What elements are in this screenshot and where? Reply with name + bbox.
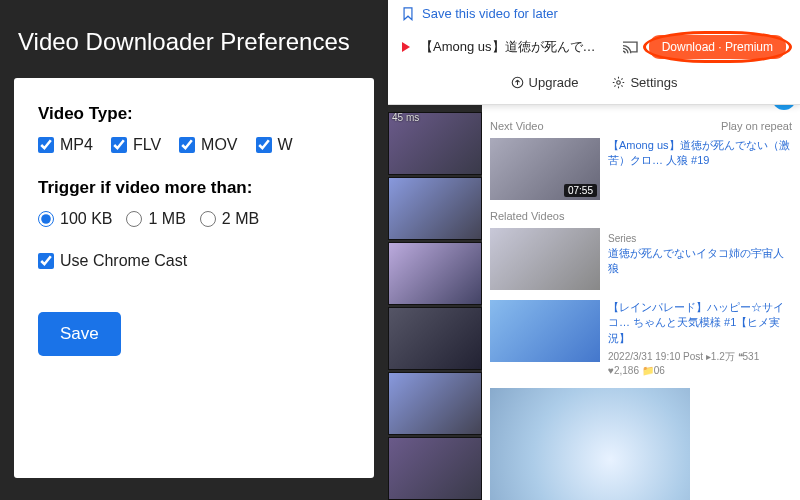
size-1mb-radio[interactable]	[126, 211, 142, 227]
type-mov[interactable]: MOV	[179, 136, 237, 154]
video-thumbnail	[490, 228, 600, 290]
save-later-label: Save this video for later	[422, 6, 558, 21]
chromecast-checkbox[interactable]	[38, 253, 54, 269]
size-100kb-radio[interactable]	[38, 211, 54, 227]
preferences-card: Video Type: MP4 FLV MOV W Trigger if vid…	[14, 78, 374, 478]
play-on-repeat[interactable]: Play on repeat	[721, 120, 792, 132]
size-2mb-radio[interactable]	[200, 211, 216, 227]
video-title: 【レインパレード】ハッピー☆サイコ… ちゃんと天気模様 #1【ヒメ実況】	[608, 300, 792, 346]
video-type-label: Video Type:	[38, 104, 350, 124]
video-osd: 45 ms	[392, 112, 419, 123]
type-mp4[interactable]: MP4	[38, 136, 93, 154]
type-mov-checkbox[interactable]	[179, 137, 195, 153]
bookmark-icon	[402, 7, 414, 21]
upgrade-icon	[511, 76, 524, 89]
video-item[interactable]: 07:55 【Among us】道徳が死んでない（激苦）クロ… 人狼 #19	[490, 138, 792, 200]
next-video-label: Next Video	[490, 120, 544, 132]
video-thumbnail	[490, 300, 600, 362]
large-video-thumbnail[interactable]	[490, 388, 690, 500]
save-button[interactable]: Save	[38, 312, 121, 356]
player-tile[interactable]	[388, 242, 482, 305]
preferences-panel: Video Downloader Preferences Video Type:…	[0, 0, 388, 500]
popup-video-title: 【Among us】道徳が死んで…	[420, 38, 611, 56]
svg-point-1	[617, 81, 621, 85]
preferences-title: Video Downloader Preferences	[0, 0, 388, 78]
save-later-row[interactable]: Save this video for later	[388, 0, 800, 27]
trigger-row: 100 KB 1 MB 2 MB	[38, 210, 350, 228]
cast-icon[interactable]	[621, 40, 639, 54]
chromecast-row: Use Chrome Cast	[38, 252, 350, 270]
gear-icon	[612, 76, 625, 89]
download-premium-button[interactable]: Download · Premium	[649, 35, 786, 59]
size-1mb[interactable]: 1 MB	[126, 210, 185, 228]
video-series-label: Series	[608, 232, 792, 246]
player-tile[interactable]	[388, 372, 482, 435]
trigger-label: Trigger if video more than:	[38, 178, 350, 198]
video-title: 道徳が死んでないイタコ姉の宇宙人狼	[608, 246, 792, 277]
browser-preview: 45 ms Next Video Play on repeat 07:55 【A…	[388, 0, 800, 500]
type-w-checkbox[interactable]	[256, 137, 272, 153]
video-type-row: MP4 FLV MOV W	[38, 136, 350, 154]
popup-actions: Upgrade Settings	[388, 67, 800, 94]
type-flv-checkbox[interactable]	[111, 137, 127, 153]
player-tile[interactable]	[388, 437, 482, 500]
player-tile[interactable]	[388, 177, 482, 240]
video-item[interactable]: Series 道徳が死んでないイタコ姉の宇宙人狼	[490, 228, 792, 290]
type-flv[interactable]: FLV	[111, 136, 161, 154]
downloader-popup: Save this video for later 【Among us】道徳が死…	[388, 0, 800, 105]
type-mp4-checkbox[interactable]	[38, 137, 54, 153]
video-meta: 2022/3/31 19:10 Post ▸1.2万 ❝531 ♥2,186 📁…	[608, 350, 792, 378]
related-videos-label: Related Videos	[490, 210, 792, 222]
size-2mb[interactable]: 2 MB	[200, 210, 259, 228]
upgrade-link[interactable]: Upgrade	[511, 75, 579, 90]
video-thumbnail: 07:55	[490, 138, 600, 200]
video-row: 【Among us】道徳が死んで… Download · Premium	[388, 27, 800, 67]
duration-badge: 07:55	[564, 184, 597, 197]
play-icon	[402, 42, 410, 52]
size-100kb[interactable]: 100 KB	[38, 210, 112, 228]
video-title: 【Among us】道徳が死んでない（激苦）クロ… 人狼 #19	[608, 138, 792, 169]
settings-link[interactable]: Settings	[612, 75, 677, 90]
chromecast-option[interactable]: Use Chrome Cast	[38, 252, 350, 270]
next-video-header: Next Video Play on repeat	[490, 120, 792, 132]
player-tile[interactable]	[388, 307, 482, 370]
video-item[interactable]: 【レインパレード】ハッピー☆サイコ… ちゃんと天気模様 #1【ヒメ実況】 202…	[490, 300, 792, 378]
type-w[interactable]: W	[256, 136, 293, 154]
